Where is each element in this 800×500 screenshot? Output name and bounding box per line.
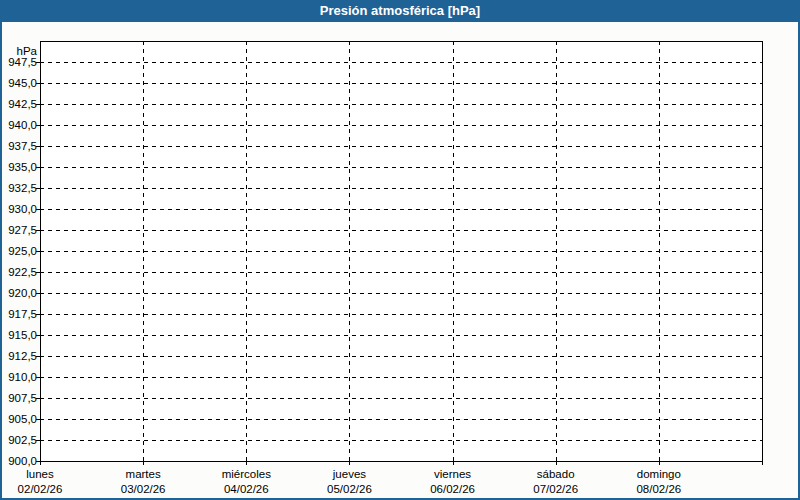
y-tick-label: 947,5 — [0, 55, 37, 69]
y-tick-label: 922,5 — [0, 265, 37, 279]
x-date-label: 06/02/26 — [401, 482, 505, 496]
y-tick-label: 915,0 — [0, 328, 37, 342]
y-tick-label: 930,0 — [0, 202, 37, 216]
x-day-label: jueves — [297, 467, 401, 481]
y-tick-label: 905,0 — [0, 412, 37, 426]
x-date-label: 03/02/26 — [91, 482, 195, 496]
chart-grid — [0, 0, 800, 500]
y-tick-label: 920,0 — [0, 286, 37, 300]
x-date-label: 04/02/26 — [194, 482, 298, 496]
y-tick-label: 927,5 — [0, 223, 37, 237]
y-tick-label: 910,0 — [0, 370, 37, 384]
x-day-label: lunes — [0, 467, 92, 481]
x-day-label: domingo — [607, 467, 711, 481]
y-tick-label: 912,5 — [0, 349, 37, 363]
x-date-label: 07/02/26 — [504, 482, 608, 496]
y-tick-label: 935,0 — [0, 160, 37, 174]
y-tick-label: 945,0 — [0, 76, 37, 90]
y-tick-label: 907,5 — [0, 391, 37, 405]
y-tick-label: 902,5 — [0, 433, 37, 447]
y-tick-label: 900,0 — [0, 454, 37, 468]
y-tick-label: 942,5 — [0, 97, 37, 111]
x-date-label: 08/02/26 — [607, 482, 711, 496]
chart-window: Presión atmosférica [hPa] hPa 947,5945,0… — [0, 0, 800, 500]
x-day-label: viernes — [401, 467, 505, 481]
x-day-label: miércoles — [194, 467, 298, 481]
chart-canvas: Presión atmosférica [hPa] hPa 947,5945,0… — [0, 0, 800, 500]
x-day-label: sábado — [504, 467, 608, 481]
x-date-label: 05/02/26 — [297, 482, 401, 496]
y-tick-label: 917,5 — [0, 307, 37, 321]
y-tick-label: 932,5 — [0, 181, 37, 195]
y-tick-label: 925,0 — [0, 244, 37, 258]
x-date-label: 02/02/26 — [0, 482, 92, 496]
y-tick-label: 937,5 — [0, 139, 37, 153]
x-day-label: martes — [91, 467, 195, 481]
y-tick-label: 940,0 — [0, 118, 37, 132]
